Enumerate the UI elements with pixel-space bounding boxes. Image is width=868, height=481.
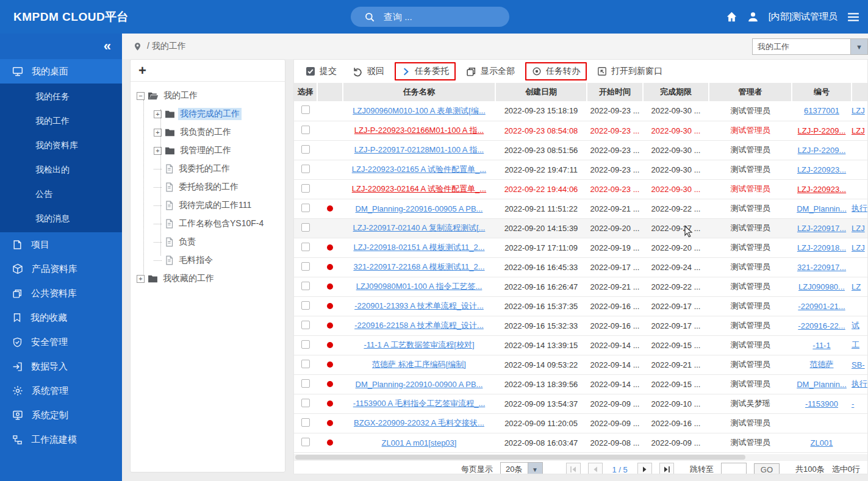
task-name-link[interactable]: LZJ090960M010-100 A 表单测试[编... (353, 106, 486, 115)
task-name-link[interactable]: DM_Planning-220910-00900 A PB... (356, 380, 483, 389)
code-link[interactable]: ZL001 (811, 438, 833, 447)
sidebar-item-workflow-modeling[interactable]: 工作流建模 (0, 427, 122, 452)
code-link[interactable]: LZJ090980... (798, 282, 845, 291)
tree-node[interactable]: 委托给我的工作 (131, 178, 285, 196)
sidebar-item-my-library[interactable]: 我的资料库 (0, 134, 122, 158)
go-button[interactable]: GO (754, 463, 780, 475)
chevron-down-icon[interactable]: ▼ (850, 39, 867, 54)
column-header[interactable]: 管理者 (709, 83, 792, 101)
menu-icon[interactable] (847, 12, 859, 22)
extra-link[interactable]: 执行 (852, 204, 867, 213)
task-name-link[interactable]: ZL001 A m01[step03] (382, 438, 457, 447)
tree-node[interactable]: +我待完成的工作 (131, 105, 285, 123)
tree-node[interactable]: +我管理的工作 (131, 141, 285, 160)
extra-link[interactable]: LZJ (852, 126, 865, 135)
tree-node[interactable]: 毛料指令 (131, 251, 285, 269)
task-name-link[interactable]: LZJ-P-220923-02166M01-100 A 指... (354, 126, 484, 135)
code-link[interactable]: 321-220917... (797, 263, 846, 272)
expand-node-icon[interactable]: + (137, 275, 145, 283)
code-link[interactable]: -220901-21... (798, 302, 845, 311)
view-select[interactable]: 我的工作 ▼ (752, 38, 868, 55)
show-all-button[interactable]: 显示全部 (461, 63, 520, 79)
code-link[interactable]: LZJ-220917... (797, 224, 846, 233)
task-name-link[interactable]: LZJ-220923-02164 A 试验件配置单_... (352, 184, 486, 193)
task-name-link[interactable]: -220901-21393 A 技术单流程_设计... (354, 301, 484, 310)
extra-link[interactable]: 工 (852, 340, 859, 349)
tree-node[interactable]: 我委托的工作 (131, 160, 285, 178)
code-link[interactable]: LZJ-P-2209... (798, 126, 846, 135)
row-checkbox[interactable] (301, 340, 310, 349)
column-header[interactable]: 创建日期 (495, 83, 587, 101)
extra-link[interactable]: LZJ (852, 106, 865, 115)
code-link[interactable]: LZJ-P-2209... (798, 146, 846, 155)
sidebar-item-product-library[interactable]: 产品资料库 (0, 257, 122, 281)
code-link[interactable]: DM_Plannin... (797, 204, 847, 213)
current-user-label[interactable]: [内部]测试管理员 (769, 11, 838, 23)
task-delegate-button[interactable]: 任务委托 (395, 62, 456, 80)
row-checkbox[interactable] (301, 301, 310, 310)
code-link[interactable]: -220916-22... (798, 321, 845, 330)
sidebar-collapse-icon[interactable]: « (104, 38, 111, 54)
code-link[interactable]: LZJ-220923... (797, 165, 846, 174)
column-header[interactable] (852, 83, 868, 101)
extra-link[interactable]: SB- (852, 360, 865, 369)
code-link[interactable]: 范德萨 (810, 360, 834, 369)
reject-button[interactable]: 驳回 (347, 63, 390, 79)
scrollbar-thumb[interactable] (295, 455, 745, 460)
collapse-node-icon[interactable]: − (137, 92, 145, 100)
task-name-link[interactable]: -1153900 A 毛料指令工艺签审流程_... (353, 399, 486, 408)
task-name-link[interactable]: -11-1 A 工艺数据签审流程[校对] (364, 340, 474, 349)
row-checkbox[interactable] (301, 243, 310, 251)
extra-link[interactable]: 执行 (852, 379, 867, 388)
last-page-button[interactable] (659, 463, 674, 474)
row-checkbox[interactable] (301, 399, 310, 407)
prev-page-button[interactable] (588, 463, 603, 474)
task-name-link[interactable]: BZGX-220909-22032 A 毛料交接状... (354, 418, 484, 427)
task-name-link[interactable]: LZJ-220918-02151 A 模板测试11_2... (353, 243, 484, 252)
row-checkbox[interactable] (301, 438, 310, 446)
row-checkbox[interactable] (301, 145, 310, 154)
column-header[interactable] (317, 83, 343, 101)
row-checkbox[interactable] (301, 184, 310, 193)
sidebar-item-system-customization[interactable]: 系统定制 (0, 403, 122, 427)
sidebar-item-projects[interactable]: 项目 (0, 232, 122, 257)
column-header[interactable]: 任务名称 (343, 83, 495, 101)
first-page-button[interactable] (566, 463, 581, 474)
row-checkbox[interactable] (301, 282, 310, 290)
code-link[interactable]: -1153900 (805, 399, 838, 408)
code-link[interactable]: LZJ-220923... (797, 185, 846, 194)
submit-button[interactable]: 提交 (300, 63, 342, 79)
sidebar-item-my-messages[interactable]: 我的消息 (0, 207, 122, 231)
sidebar-item-my-work[interactable]: 我的工作 (0, 109, 122, 134)
row-checkbox[interactable] (301, 165, 310, 173)
home-icon[interactable] (726, 11, 737, 23)
task-name-link[interactable]: -220916-22158 A 技术单流程_设计... (354, 321, 484, 330)
sidebar-item-public-library[interactable]: 公共资料库 (0, 281, 122, 305)
tree-node[interactable]: +我收藏的工作 (131, 269, 285, 288)
column-header[interactable]: 编号 (792, 83, 852, 101)
extra-link[interactable]: - (852, 399, 854, 408)
task-name-link[interactable]: 321-220917-22168 A 模板测试11_2... (353, 262, 484, 271)
tree-node[interactable]: +我负责的工作 (131, 123, 285, 141)
jump-page-input[interactable] (721, 463, 747, 474)
code-link[interactable]: LZJ-220918... (797, 243, 846, 252)
column-header[interactable]: 选择 (294, 83, 317, 101)
horizontal-scrollbar[interactable] (294, 454, 867, 460)
row-checkbox[interactable] (301, 204, 310, 212)
code-link[interactable]: DM_Plannin... (797, 380, 847, 389)
task-name-link[interactable]: LZJ-220923-02165 A 试验件配置单_... (352, 165, 486, 174)
task-name-link[interactable]: DM_Planning-220916-00905 A PB... (356, 204, 483, 213)
code-link[interactable]: -11-1 (812, 341, 830, 350)
global-search[interactable] (351, 7, 509, 27)
next-page-button[interactable] (637, 463, 652, 474)
row-checkbox[interactable] (301, 262, 310, 271)
extra-link[interactable]: LZJ (852, 224, 865, 233)
code-link[interactable]: 61377001 (804, 106, 839, 115)
tree-node[interactable]: −我的工作 (131, 87, 285, 105)
extra-link[interactable]: LZ (852, 282, 861, 291)
task-name-link[interactable]: 范德萨 标准工序编码[编制] (372, 360, 466, 369)
column-header[interactable]: 完成期限 (643, 83, 709, 101)
search-input[interactable] (384, 12, 487, 22)
tree-node[interactable]: 负责 (131, 233, 285, 251)
row-checkbox[interactable] (301, 360, 310, 368)
